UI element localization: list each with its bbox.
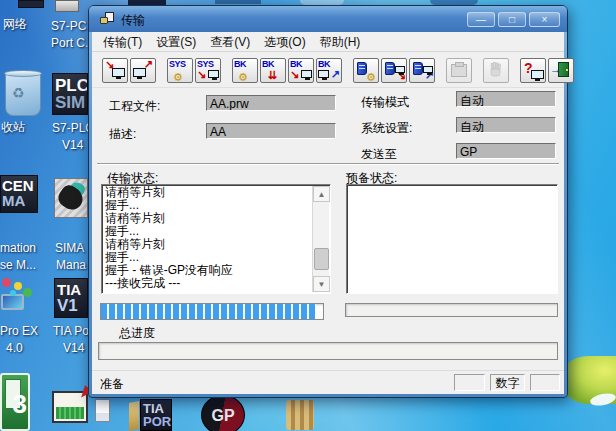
recycle-arrows-glyph: ♻ (12, 85, 25, 101)
plcsim-icon: PLC SIM (52, 73, 88, 115)
monitor-icon (423, 66, 433, 73)
scroll-up-button[interactable]: ▲ (313, 186, 330, 202)
arrow-out-icon: ↗ (144, 59, 153, 70)
menu-item-0[interactable]: 传输(T) (96, 32, 149, 53)
monitor-icon (208, 70, 219, 78)
hand-stop-icon (488, 62, 504, 78)
send-to-label: 发送至 (361, 146, 397, 163)
tia-portal-icon: TIA V1 (54, 278, 88, 318)
secondary-progress-bar (345, 303, 558, 317)
printer-icon (451, 64, 467, 77)
send-to-gp-button[interactable]: ↗ (130, 58, 156, 83)
works3-icon: 3 (0, 373, 30, 431)
toolbar: ↘ ↗ SYS ⚙ SYS ↘ BK ⚙ BK ⇊ (92, 53, 564, 88)
cf-card-send-button[interactable]: ↘ (381, 58, 407, 83)
transfer-mode-label: 传输模式 (361, 94, 409, 111)
desktop-icon-fragment (215, 0, 261, 4)
card-icon (413, 62, 423, 75)
compare-button[interactable]: ? (520, 58, 546, 83)
status-line: ---接收完成 --- (103, 277, 311, 290)
minimize-button[interactable]: — (467, 12, 495, 27)
send-to-field: GP (456, 143, 556, 159)
icon-label: se M... (0, 258, 36, 272)
transfer-status-list[interactable]: 请稍等片刻握手...请稍等片刻握手...请稍等片刻握手...握手 - 错误-GP… (101, 184, 331, 294)
prepare-status-list[interactable] (346, 184, 558, 294)
scroll-thumb[interactable] (314, 248, 329, 270)
icon-label: V14 (62, 138, 83, 152)
scroll-down-button[interactable]: ▼ (313, 276, 330, 292)
backup-export-button[interactable]: BK ↗ (316, 58, 342, 83)
maximize-button[interactable]: □ (498, 12, 526, 27)
project-file-field: AA.prw (206, 95, 336, 111)
gear-icon: ⚙ (238, 72, 248, 83)
monitor-icon (112, 68, 125, 77)
network-icon (18, 0, 44, 8)
stop-button (483, 58, 509, 83)
menu-item-2[interactable]: 查看(V) (203, 32, 257, 53)
status-panel-blank (454, 374, 485, 391)
status-ready-text: 准备 (100, 376, 124, 393)
icon-label: Pro EX (0, 324, 38, 338)
arrow-icon: ↘ (290, 69, 299, 80)
backup-send-button[interactable]: BK ↘ (288, 58, 314, 83)
arrow-icon: ↗ (331, 69, 340, 80)
backup-receive-button[interactable]: BK ⇊ (260, 58, 286, 83)
cf-card-setup-button[interactable]: ⚙ (353, 58, 379, 83)
total-progress-bar (98, 342, 558, 360)
window-title: 传输 (121, 12, 145, 29)
card-icon (385, 62, 395, 75)
description-field: AA (206, 123, 336, 139)
gear-icon: ⚙ (366, 72, 376, 83)
scrollbar[interactable]: ▲ ▼ (312, 186, 329, 292)
progress-fill (101, 304, 316, 319)
receive-from-gp-button[interactable]: ↘ (102, 58, 128, 83)
menubar: 传输(T)设置(S)查看(V)选项(O)帮助(H) (92, 33, 564, 52)
description-label: 描述: (109, 126, 136, 143)
icon-label: V14 (63, 341, 84, 355)
menu-item-1[interactable]: 设置(S) (149, 32, 203, 53)
gp-pro-ex-icon (0, 278, 32, 322)
monitor-icon (395, 66, 405, 73)
close-button[interactable]: × (529, 12, 560, 27)
simatic-manager-icon (54, 178, 88, 218)
project-file-label: 工程文件: (109, 98, 160, 115)
system-setup-button[interactable]: SYS ⚙ (167, 58, 193, 83)
icon-label: 4.0 (6, 341, 23, 355)
arrow-down-icon: ⇊ (268, 70, 277, 81)
total-progress-label: 总进度 (119, 325, 155, 342)
system-setup-field: 自动 (456, 117, 556, 133)
icon-label: S7-PC (51, 19, 86, 33)
s7pc-icon (55, 0, 79, 12)
icon-label: 网络 (3, 16, 27, 33)
gear-icon: ⚙ (173, 72, 183, 83)
tia-fragment-icon: TIA POR (140, 399, 172, 431)
door-icon (558, 62, 569, 77)
cf-card-export-button[interactable]: ↗ (409, 58, 435, 83)
monitor-icon (301, 70, 312, 78)
exit-button[interactable]: → (548, 58, 574, 83)
status-panel-num: 数字 (490, 374, 525, 391)
desktop-icon-fragment[interactable] (95, 399, 110, 422)
menu-item-3[interactable]: 选项(O) (257, 32, 312, 53)
status-panel-blank (530, 374, 560, 391)
desktop: 网络 S7-PC Port C... ♻ 收站 PLC SIM S7-PLC V… (0, 0, 616, 431)
icon-label: TIA Po (53, 324, 89, 338)
statusbar: 准备 数字 (92, 370, 564, 394)
window-system-icon[interactable] (100, 12, 115, 26)
gp-ball-icon: GP (201, 395, 245, 431)
icon-label: Mana (56, 258, 86, 272)
separator (97, 163, 559, 165)
monitor-icon (531, 70, 544, 79)
recycle-bin-icon: ♻ (5, 72, 41, 116)
menu-item-4[interactable]: 帮助(H) (313, 32, 368, 53)
status-lines: 请稍等片刻握手...请稍等片刻握手...请稍等片刻握手...握手 - 错误-GP… (103, 186, 311, 290)
monitor-icon (318, 70, 329, 78)
icon-label: 收站 (1, 119, 25, 136)
arrow-icon: ↘ (197, 69, 206, 80)
icon-label: SIMA (55, 241, 84, 255)
desktop-icon-fragment[interactable] (286, 400, 314, 430)
system-send-button[interactable]: SYS ↘ (195, 58, 221, 83)
titlebar[interactable]: 传输 — □ × (89, 6, 567, 32)
print-button (446, 58, 472, 83)
backup-setup-button[interactable]: BK ⚙ (232, 58, 258, 83)
